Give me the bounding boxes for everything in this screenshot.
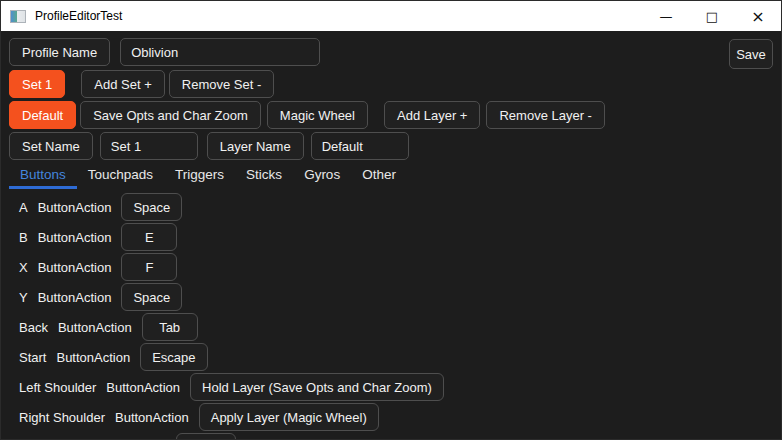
binding-row-x: X ButtonAction F — [9, 252, 773, 282]
binding-button[interactable]: Escape — [140, 343, 207, 371]
binding-button[interactable]: Hold Layer (Save Opts and Char Zoom) — [190, 373, 444, 401]
set-name-label: Set Name — [9, 132, 93, 160]
binding-name: X — [19, 260, 28, 275]
tab-other[interactable]: Other — [351, 162, 407, 189]
binding-row-y: Y ButtonAction Space — [9, 282, 773, 312]
layer-tab-default[interactable]: Default — [9, 101, 76, 129]
binding-type: ButtonAction — [115, 410, 189, 425]
binding-row-back: Back ButtonAction Tab — [9, 312, 773, 342]
app-icon — [10, 10, 26, 23]
tab-sticks[interactable]: Sticks — [235, 162, 293, 189]
save-button[interactable]: Save — [729, 39, 773, 69]
binding-name: Left Shoulder — [19, 380, 96, 395]
minimize-icon[interactable]: — — [643, 1, 689, 31]
set-tab-set1[interactable]: Set 1 — [9, 70, 65, 98]
binding-name: Y — [19, 290, 28, 305]
binding-row-left-shoulder: Left Shoulder ButtonAction Hold Layer (S… — [9, 372, 773, 402]
content-area: Profile Name Save Set 1 Add Set + Remove… — [1, 31, 781, 440]
binding-name: A — [19, 200, 28, 215]
titlebar: ProfileEditorTest — □ × — [1, 1, 781, 31]
binding-row-a: A ButtonAction Space — [9, 192, 773, 222]
layer-tab-magic-wheel[interactable]: Magic Wheel — [267, 101, 368, 129]
binding-name: Right Shoulder — [19, 410, 105, 425]
binding-type: ButtonAction — [38, 290, 112, 305]
category-tabs: Buttons Touchpads Triggers Sticks Gyros … — [9, 162, 773, 189]
add-set-button[interactable]: Add Set + — [81, 70, 164, 98]
remove-set-button[interactable]: Remove Set - — [169, 70, 274, 98]
tab-gyros[interactable]: Gyros — [293, 162, 351, 189]
binding-button[interactable] — [176, 433, 236, 440]
layer-name-label: Layer Name — [207, 132, 304, 160]
layers-row: Default Save Opts and Char Zoom Magic Wh… — [9, 101, 773, 129]
profile-name-label: Profile Name — [9, 38, 110, 66]
binding-type: ButtonAction — [56, 350, 130, 365]
binding-button[interactable]: Apply Layer (Magic Wheel) — [199, 403, 379, 431]
app-window: ProfileEditorTest — □ × Profile Name Sav… — [0, 0, 782, 440]
tab-buttons[interactable]: Buttons — [9, 162, 77, 189]
sets-row: Set 1 Add Set + Remove Set - — [9, 70, 773, 98]
binding-name: Start — [19, 350, 46, 365]
binding-button[interactable]: Tab — [142, 313, 198, 341]
binding-type: ButtonAction — [38, 230, 112, 245]
window-controls: — □ × — [643, 1, 781, 31]
layer-tab-save-opts[interactable]: Save Opts and Char Zoom — [80, 101, 261, 129]
window-title: ProfileEditorTest — [35, 9, 122, 23]
bindings-list: A ButtonAction Space B ButtonAction E X … — [9, 192, 773, 440]
close-icon[interactable]: × — [735, 1, 781, 31]
tab-touchpads[interactable]: Touchpads — [77, 162, 164, 189]
binding-button[interactable]: Space — [121, 283, 182, 311]
binding-row-b: B ButtonAction E — [9, 222, 773, 252]
binding-type: ButtonAction — [38, 260, 112, 275]
set-name-input[interactable] — [100, 132, 198, 160]
binding-row-right-shoulder: Right Shoulder ButtonAction Apply Layer … — [9, 402, 773, 432]
binding-name: Back — [19, 320, 48, 335]
layer-name-input[interactable] — [311, 132, 409, 160]
binding-name: B — [19, 230, 28, 245]
remove-layer-button[interactable]: Remove Layer - — [486, 101, 604, 129]
maximize-icon[interactable]: □ — [689, 1, 735, 31]
profile-row: Profile Name — [9, 38, 773, 66]
profile-name-input[interactable] — [120, 38, 320, 66]
binding-row-start: Start ButtonAction Escape — [9, 342, 773, 372]
binding-type: ButtonAction — [106, 380, 180, 395]
binding-button[interactable]: E — [121, 223, 177, 251]
names-row: Set Name Layer Name — [9, 132, 773, 160]
binding-row-partial — [9, 432, 773, 440]
binding-type: ButtonAction — [38, 200, 112, 215]
binding-type: ButtonAction — [58, 320, 132, 335]
binding-button[interactable]: F — [121, 253, 177, 281]
add-layer-button[interactable]: Add Layer + — [384, 101, 480, 129]
tab-triggers[interactable]: Triggers — [164, 162, 235, 189]
binding-button[interactable]: Space — [121, 193, 182, 221]
